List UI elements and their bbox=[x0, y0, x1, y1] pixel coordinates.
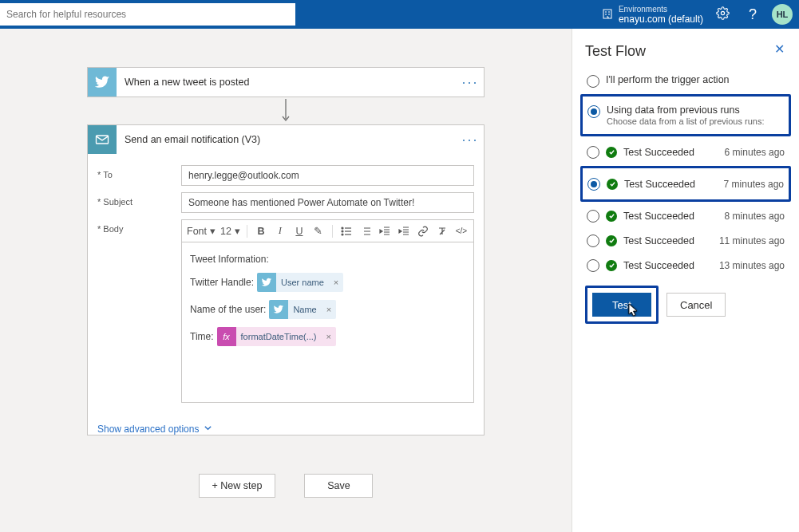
svg-point-4 bbox=[342, 231, 343, 232]
action-menu[interactable]: ··· bbox=[457, 125, 484, 154]
trigger-title: When a new tweet is posted bbox=[117, 77, 457, 88]
run-label: Test Succeeded bbox=[623, 235, 713, 246]
run-label: Test Succeeded bbox=[623, 260, 713, 271]
link-button[interactable] bbox=[416, 224, 430, 238]
body-line: Tweet Information: bbox=[190, 254, 465, 265]
radio-icon bbox=[587, 105, 600, 118]
designer-canvas: When a new tweet is posted ··· Send an e… bbox=[0, 29, 572, 532]
ellipsis-icon: ··· bbox=[461, 74, 478, 91]
body-label: Body bbox=[97, 219, 181, 234]
top-bar: Environments enayu.com (default) ? HL bbox=[0, 0, 799, 29]
token-remove[interactable]: × bbox=[322, 332, 336, 341]
run-list: Test Succeeded6 minutes agoTest Succeede… bbox=[585, 140, 786, 278]
success-icon bbox=[607, 179, 618, 190]
body-text: Name of the user: bbox=[190, 304, 266, 315]
size-select[interactable]: 12▾ bbox=[220, 225, 240, 237]
token-remove[interactable]: × bbox=[329, 278, 343, 287]
success-icon bbox=[606, 211, 617, 222]
subject-input[interactable] bbox=[181, 192, 474, 213]
color-button[interactable]: ✎ bbox=[311, 224, 326, 238]
success-icon bbox=[606, 260, 617, 271]
radio-icon bbox=[587, 75, 599, 88]
action-card: Send an email notification (V3) ··· To S… bbox=[87, 124, 485, 435]
run-row[interactable]: Test Succeeded6 minutes ago bbox=[585, 140, 786, 164]
twitter-icon bbox=[269, 300, 288, 319]
fx-icon: fx bbox=[217, 327, 236, 346]
success-icon bbox=[606, 147, 617, 158]
mail-icon bbox=[88, 125, 117, 154]
font-select[interactable]: Font▾ bbox=[187, 225, 216, 237]
twitter-icon bbox=[88, 68, 117, 97]
save-button[interactable]: Save bbox=[304, 474, 373, 498]
bold-button[interactable]: B bbox=[254, 224, 268, 238]
new-step-button[interactable]: + New step bbox=[199, 474, 276, 498]
settings-button[interactable] bbox=[711, 3, 734, 26]
dynamic-token-username[interactable]: User name × bbox=[257, 273, 343, 292]
expression-token[interactable]: fx formatDateTime(...) × bbox=[217, 327, 336, 346]
run-row[interactable]: Test Succeeded11 minutes ago bbox=[585, 228, 786, 253]
action-header[interactable]: Send an email notification (V3) ··· bbox=[88, 125, 484, 154]
trigger-menu[interactable]: ··· bbox=[457, 68, 484, 97]
run-row[interactable]: Test Succeeded7 minutes ago bbox=[586, 171, 785, 196]
cancel-button[interactable]: Cancel bbox=[666, 293, 726, 317]
avatar[interactable]: HL bbox=[772, 4, 793, 25]
action-title: Send an email notification (V3) bbox=[117, 134, 457, 145]
italic-button[interactable]: I bbox=[273, 224, 287, 238]
help-icon: ? bbox=[749, 6, 757, 23]
radio-icon bbox=[587, 178, 600, 191]
close-icon: ✕ bbox=[774, 41, 785, 57]
token-remove[interactable]: × bbox=[322, 305, 336, 314]
radio-option-manual[interactable]: I'll perform the trigger action bbox=[585, 69, 786, 93]
ellipsis-icon: ··· bbox=[461, 132, 478, 148]
dynamic-token-name[interactable]: Name × bbox=[269, 300, 336, 319]
run-time: 8 minutes ago bbox=[725, 211, 785, 222]
svg-point-1 bbox=[721, 11, 724, 14]
search-input[interactable] bbox=[0, 3, 295, 26]
svg-point-5 bbox=[342, 234, 343, 235]
body-text: Time: bbox=[190, 331, 214, 342]
to-input[interactable] bbox=[181, 165, 474, 186]
outdent-button[interactable] bbox=[378, 224, 392, 238]
run-label: Test Succeeded bbox=[624, 179, 718, 190]
body-text: Twitter Handle: bbox=[190, 277, 254, 288]
env-value: enayu.com (default) bbox=[619, 14, 703, 24]
underline-button[interactable]: U bbox=[292, 224, 307, 238]
run-time: 11 minutes ago bbox=[719, 235, 785, 246]
success-icon bbox=[606, 235, 617, 246]
to-label: To bbox=[97, 165, 181, 179]
twitter-icon bbox=[257, 273, 276, 292]
code-view-button[interactable]: </> bbox=[454, 224, 469, 238]
radio-icon bbox=[587, 259, 599, 272]
caret-down-icon: ▾ bbox=[210, 225, 216, 237]
run-label: Test Succeeded bbox=[623, 211, 718, 222]
caret-down-icon: ▾ bbox=[235, 225, 240, 237]
radio-icon bbox=[587, 146, 599, 159]
radio-icon bbox=[587, 234, 599, 247]
help-button[interactable]: ? bbox=[742, 3, 764, 26]
highlight-box: Using data from previous runs Choose dat… bbox=[580, 94, 791, 136]
run-row[interactable]: Test Succeeded8 minutes ago bbox=[585, 203, 786, 228]
close-button[interactable]: ✕ bbox=[770, 40, 788, 57]
trigger-card[interactable]: When a new tweet is posted ··· bbox=[87, 67, 485, 97]
run-label: Test Succeeded bbox=[623, 147, 718, 158]
show-advanced-options[interactable]: Show advanced options bbox=[88, 414, 484, 435]
building-icon bbox=[601, 7, 614, 22]
radio-icon bbox=[587, 210, 599, 223]
indent-button[interactable] bbox=[397, 224, 411, 238]
run-time: 6 minutes ago bbox=[725, 147, 785, 158]
numbered-list-button[interactable] bbox=[358, 224, 373, 238]
run-row[interactable]: Test Succeeded13 minutes ago bbox=[585, 253, 786, 278]
environment-picker[interactable]: Environments enayu.com (default) bbox=[601, 5, 703, 24]
panel-title: Test Flow bbox=[585, 43, 786, 60]
bulleted-list-button[interactable] bbox=[339, 224, 354, 238]
subject-label: Subject bbox=[97, 192, 181, 207]
pencil-icon: ✎ bbox=[314, 225, 322, 237]
body-editor[interactable]: Tweet Information: Twitter Handle: User … bbox=[181, 242, 474, 403]
radio-option-previous[interactable]: Using data from previous runs Choose dat… bbox=[586, 100, 785, 131]
run-time: 7 minutes ago bbox=[724, 179, 784, 190]
clear-format-button[interactable] bbox=[435, 224, 449, 238]
svg-rect-2 bbox=[97, 136, 109, 144]
rte-toolbar: Font▾ 12▾ B I U ✎ bbox=[181, 219, 474, 242]
test-button[interactable]: Test bbox=[592, 293, 651, 317]
chevron-down-icon bbox=[204, 424, 212, 435]
